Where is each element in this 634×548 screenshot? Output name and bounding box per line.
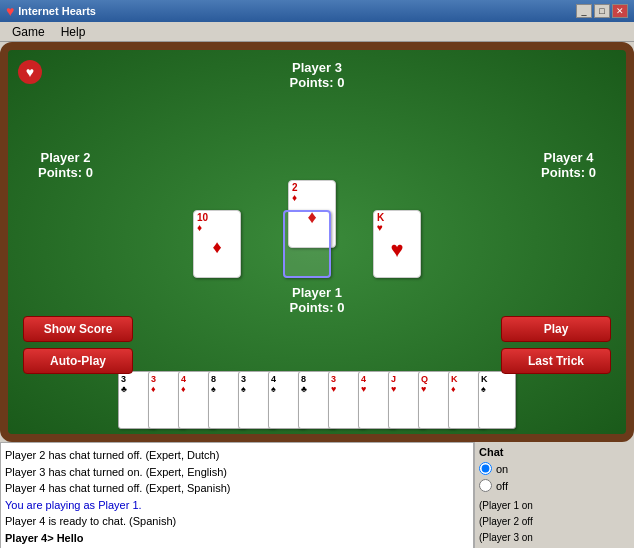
players-status: (Player 1 on (Player 2 off (Player 3 on … [479,498,630,548]
hand-area: 3♣ 3♦ 4♦ 8♠ 3♠ 4♠ 8♣ 3♥ 4♥ J♥ Q♥ K♦ K♠ [118,371,516,429]
play-button[interactable]: Play [501,316,611,342]
table-card-player2: 10♦ ♦ [193,210,241,278]
chat-player2-status: (Player 2 off [479,514,630,530]
player4-name: Player 4 [541,150,596,165]
title-text: Internet Hearts [18,5,96,17]
radio-group: on off [479,462,630,492]
log-line-1: Player 3 has chat turned on. (Expert, En… [5,464,469,481]
chat-log: Player 2 has chat turned off. (Expert, D… [0,442,474,548]
menu-help[interactable]: Help [53,23,94,41]
log-line-0: Player 2 has chat turned off. (Expert, D… [5,447,469,464]
play-area: 2♦ ♦ 10♦ ♦ K♥ ♥ [193,180,453,300]
chat-panel-title: Chat [479,446,630,458]
menu-bar: Game Help [0,22,634,42]
show-score-button[interactable]: Show Score [23,316,133,342]
maximize-button[interactable]: □ [594,4,610,18]
auto-play-button[interactable]: Auto-Play [23,348,133,374]
player1-points: Points: 0 [290,300,345,315]
radio-on-row[interactable]: on [479,462,630,475]
player2-points: Points: 0 [38,165,93,180]
player3-label: Player 3 Points: 0 [290,60,345,90]
title-icon: ♥ [6,3,14,19]
right-button-area: Play Last Trick [501,316,611,374]
radio-off-row[interactable]: off [479,479,630,492]
minimize-button[interactable]: _ [576,4,592,18]
player2-label: Player 2 Points: 0 [38,150,93,180]
chat-right-panel: Chat on off (Player 1 on (Player 2 off (… [474,442,634,548]
player3-name: Player 3 [290,60,345,75]
table-card-player4: K♥ ♥ [373,210,421,278]
title-bar: ♥ Internet Hearts _ □ ✕ [0,0,634,22]
player4-label: Player 4 Points: 0 [541,150,596,180]
last-trick-button[interactable]: Last Trick [501,348,611,374]
title-bar-left: ♥ Internet Hearts [6,3,96,19]
radio-on-label: on [496,463,508,475]
chat-log-area: Player 2 has chat turned off. (Expert, D… [0,442,474,548]
log-line-4: Player 4 is ready to chat. (Spanish) [5,513,469,530]
menu-game[interactable]: Game [4,23,53,41]
player3-points: Points: 0 [290,75,345,90]
hand-card-12[interactable]: K♠ [478,371,516,429]
title-controls[interactable]: _ □ ✕ [576,4,628,18]
game-area: ♥ Player 3 Points: 0 Player 2 Points: 0 … [0,42,634,442]
log-line-2: Player 4 has chat turned off. (Expert, S… [5,480,469,497]
close-button[interactable]: ✕ [612,4,628,18]
radio-off[interactable] [479,479,492,492]
log-line-5: Player 4> Hello [5,530,469,547]
log-line-3: You are playing as Player 1. [5,497,469,514]
table-card-player1 [283,210,331,278]
chat-player3-status: (Player 3 on [479,530,630,546]
radio-on[interactable] [479,462,492,475]
radio-off-label: off [496,480,508,492]
chat-player1-status: (Player 1 on [479,498,630,514]
player4-points: Points: 0 [541,165,596,180]
bottom-section: Player 2 has chat turned off. (Expert, D… [0,442,634,548]
left-button-area: Show Score Auto-Play [23,316,133,374]
player2-name: Player 2 [38,150,93,165]
corner-heart-button[interactable]: ♥ [18,60,42,84]
